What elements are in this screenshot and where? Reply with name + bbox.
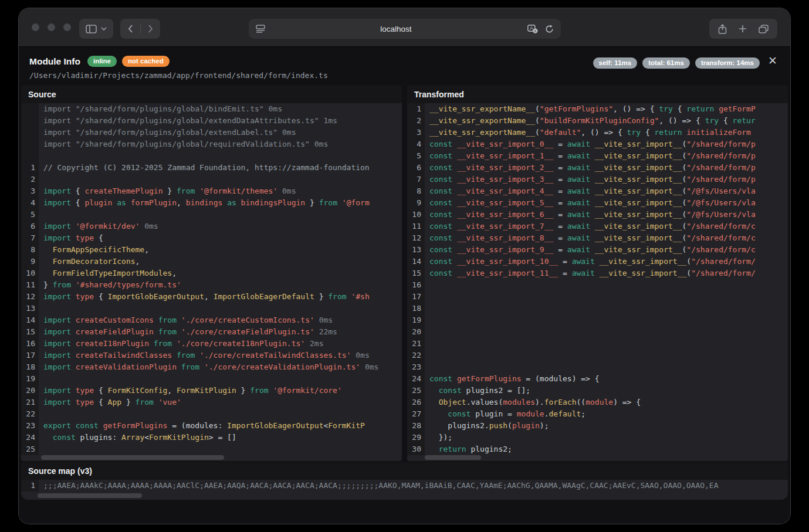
- module-link[interactable]: '@form: [342, 198, 370, 207]
- chevron-right-icon: [148, 25, 153, 33]
- minimize-window-button[interactable]: [48, 23, 55, 31]
- code-text: export const getFormPlugins = (modules: …: [39, 420, 365, 432]
- code-segment: 22ms: [314, 327, 337, 336]
- new-tab-icon[interactable]: [739, 25, 747, 33]
- module-link[interactable]: "/shared/form/c: [686, 233, 755, 242]
- code-segment: __vite_ssr_import__: [595, 140, 682, 148]
- tab-overview-icon[interactable]: [759, 25, 769, 33]
- module-link[interactable]: '#sh: [351, 292, 369, 301]
- module-link[interactable]: 'vue': [158, 398, 181, 406]
- code-line: import "/shared/form/plugins/global/requ…: [21, 138, 402, 150]
- code-segment: ,: [204, 292, 214, 301]
- module-link[interactable]: '@formkit/themes': [199, 187, 277, 195]
- module-link[interactable]: "/@fs/Users/vla: [686, 210, 755, 219]
- module-link[interactable]: "/shared/form/c: [686, 222, 755, 231]
- module-link[interactable]: "/shared/form/p: [686, 175, 755, 184]
- module-link[interactable]: "/@fs/Users/vla: [686, 187, 755, 195]
- module-link[interactable]: "/shared/form/p: [686, 140, 755, 148]
- source-panel-title: Source: [21, 86, 402, 103]
- code-segment: modules: [503, 398, 535, 406]
- code-segment: [590, 198, 595, 207]
- code-text: [39, 150, 43, 162]
- code-segment: __vite_ssr_import__: [600, 269, 687, 277]
- module-link[interactable]: './core/createI18nPlugin.ts': [177, 339, 305, 348]
- code-segment: const: [53, 433, 76, 442]
- code-segment: __vite_ssr_import__: [595, 163, 682, 172]
- line-number: 1: [21, 480, 39, 492]
- forward-button[interactable]: [141, 19, 160, 39]
- code-segment: createValidationPlugin: [76, 362, 177, 371]
- code-line: 16: [407, 279, 788, 291]
- code-segment: const: [439, 386, 462, 395]
- line-number: 6: [21, 221, 39, 232]
- code-line: 13const __vite_ssr_import_9__ = await __…: [407, 244, 788, 256]
- module-link[interactable]: '#shared/types/form.ts': [76, 280, 181, 289]
- code-line: 17import createTailwindClasses from './c…: [21, 350, 402, 361]
- code-line: 1;;;AAEA;AAAkC;AAAA;AAAA;AAAA;AAClC;AAEA…: [21, 480, 788, 492]
- code-segment: [154, 327, 158, 336]
- module-link[interactable]: "/shared/form/: [691, 269, 756, 277]
- code-text: import "/shared/form/plugins/global/requ…: [39, 138, 328, 150]
- module-link[interactable]: './core/createCustomIcons.ts': [181, 316, 314, 324]
- code-segment: 0ms: [277, 187, 296, 195]
- code-segment: [43, 257, 53, 266]
- code-segment: [590, 233, 595, 242]
- code-line: 7const __vite_ssr_import_3__ = await __v…: [407, 174, 788, 185]
- code-segment: from: [158, 316, 177, 324]
- code-segment: , () => {: [581, 128, 627, 137]
- horizontal-scrollbar[interactable]: [41, 455, 224, 460]
- code-segment: ) => {: [613, 398, 641, 406]
- url-bar[interactable]: localhost A x: [249, 19, 561, 39]
- code-segment: [595, 257, 600, 266]
- module-link[interactable]: '@formkit/core': [273, 386, 341, 395]
- horizontal-scrollbar[interactable]: [38, 493, 142, 498]
- code-segment: import "/shared/form/plugins/global/exte…: [43, 116, 337, 125]
- module-link[interactable]: "/shared/form/p: [686, 151, 755, 160]
- code-segment: = (modules) => {: [522, 374, 600, 383]
- reload-icon[interactable]: [545, 25, 554, 33]
- line-number: 18: [21, 361, 39, 373]
- code-segment: > = []: [209, 433, 236, 442]
- code-text: import "/shared/form/plugins/global/exte…: [39, 115, 337, 127]
- code-segment: await: [567, 151, 590, 160]
- back-button[interactable]: [121, 19, 140, 39]
- code-segment: [429, 409, 448, 418]
- code-segment: =: [553, 163, 567, 172]
- code-text: [39, 209, 43, 221]
- module-link[interactable]: './core/createValidationPlugin.ts': [204, 362, 360, 371]
- module-link[interactable]: './core/createTailwindClasses.ts': [199, 351, 351, 360]
- reader-icon[interactable]: [256, 25, 265, 33]
- line-number: 17: [21, 350, 39, 361]
- code-segment: return: [439, 445, 466, 453]
- code-line: 14import createCustomIcons from './core/…: [21, 314, 402, 326]
- code-segment: =: [553, 222, 567, 231]
- code-segment: , () => {: [613, 104, 659, 113]
- horizontal-scrollbar[interactable]: [425, 455, 481, 460]
- sidebar-toggle-button[interactable]: [79, 19, 113, 39]
- module-link[interactable]: '@formkit/dev': [76, 222, 140, 231]
- code-line: 30 return plugins2;: [407, 443, 788, 455]
- close-button[interactable]: ✕: [766, 54, 780, 68]
- translate-icon[interactable]: A x: [527, 25, 538, 33]
- line-number: 27: [407, 408, 425, 420]
- zoom-window-button[interactable]: [63, 23, 71, 31]
- close-window-button[interactable]: [32, 23, 39, 31]
- module-link[interactable]: "/shared/form/: [691, 257, 756, 266]
- code-segment: __vite_ssr_import_2__: [457, 163, 553, 172]
- module-link[interactable]: "/shared/form/p: [686, 163, 755, 172]
- code-segment: ;: [581, 409, 585, 418]
- code-text: import createValidationPlugin from './co…: [39, 361, 378, 373]
- code-segment: Array: [121, 433, 144, 442]
- code-segment: as: [117, 198, 126, 207]
- module-link[interactable]: "/shared/form/c: [686, 245, 755, 254]
- code-text: const __vite_ssr_import_2__ = await __vi…: [425, 162, 756, 174]
- share-icon[interactable]: [718, 24, 727, 34]
- code-line: 16import createI18nPlugin from './core/c…: [21, 338, 402, 350]
- code-segment: push: [489, 421, 507, 430]
- code-segment: }: [305, 198, 319, 207]
- module-link[interactable]: './core/createFieldPlugin.ts': [181, 327, 314, 336]
- module-badges: inlinenot cached: [87, 56, 170, 67]
- code-line: 20: [407, 326, 788, 338]
- sourcemap-panel-title: Source map (v3): [21, 462, 788, 480]
- module-link[interactable]: "/@fs/Users/vla: [686, 198, 755, 207]
